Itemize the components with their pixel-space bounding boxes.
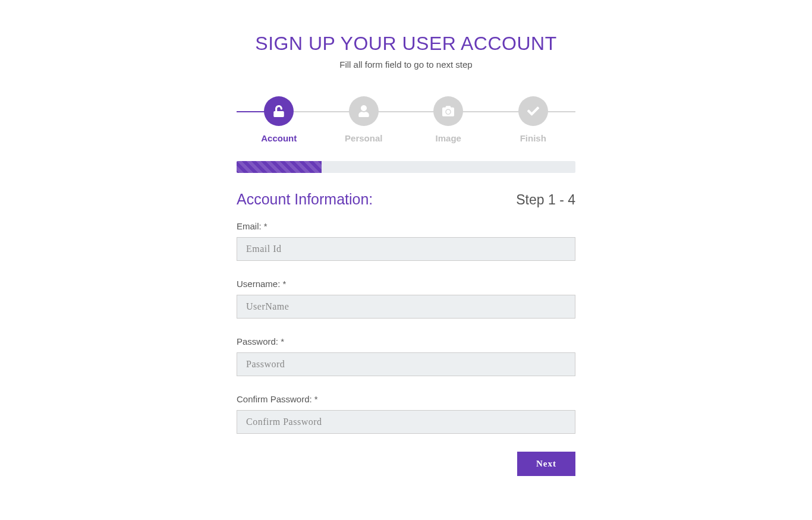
check-icon [518, 96, 548, 126]
page-title: SIGN UP YOUR USER ACCOUNT [237, 33, 575, 55]
step-label: Image [406, 133, 491, 143]
confirm-password-label: Confirm Password: * [237, 394, 575, 404]
lock-open-icon [264, 96, 294, 126]
camera-icon [433, 96, 463, 126]
step-image: Image [406, 96, 491, 143]
next-button[interactable]: Next [517, 452, 575, 476]
password-field[interactable] [237, 352, 575, 376]
step-label: Personal [322, 133, 407, 143]
progress-fill [237, 161, 322, 173]
email-field[interactable] [237, 237, 575, 261]
username-label: Username: * [237, 279, 575, 289]
step-label: Finish [491, 133, 576, 143]
email-label: Email: * [237, 221, 575, 231]
step-account: Account [237, 96, 322, 143]
username-field[interactable] [237, 295, 575, 319]
signup-container: SIGN UP YOUR USER ACCOUNT Fill all form … [237, 0, 575, 476]
progress-bar [237, 161, 575, 173]
form-header: Account Information: Step 1 - 4 [237, 191, 575, 208]
step-finish: Finish [491, 96, 576, 143]
step-personal: Personal [322, 96, 407, 143]
form-title: Account Information: [237, 191, 373, 208]
step-label: Account [237, 133, 322, 143]
step-indicator: Account Personal Image Finish [237, 96, 575, 143]
password-label: Password: * [237, 336, 575, 346]
user-icon [349, 96, 379, 126]
confirm-password-field[interactable] [237, 410, 575, 434]
step-counter: Step 1 - 4 [516, 192, 575, 208]
page-subtitle: Fill all form field to go to next step [237, 59, 575, 70]
